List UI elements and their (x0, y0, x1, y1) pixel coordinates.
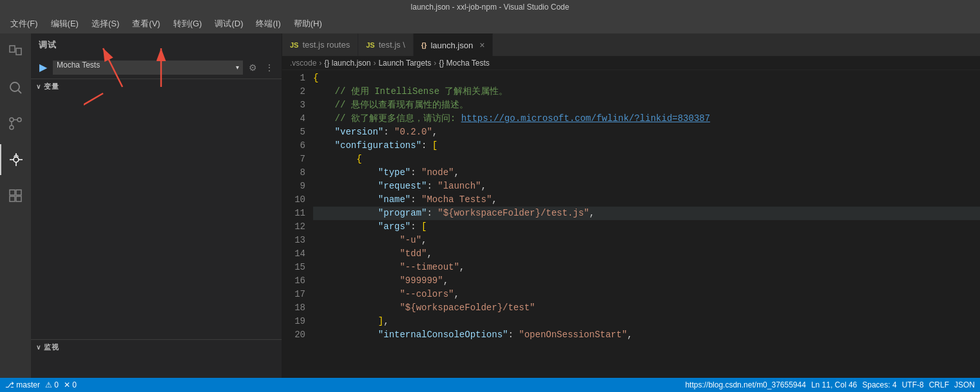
variables-label: 变量 (44, 82, 59, 91)
watch-label: 监视 (44, 342, 59, 352)
breadcrumb-vscode: .vscode (290, 59, 316, 68)
sidebar-title: 调试 (31, 33, 282, 56)
code-line-15: "--timeout", (313, 261, 980, 274)
svg-rect-0 (10, 46, 15, 52)
code-line-9: "request": "launch", (313, 180, 980, 193)
svg-rect-12 (10, 190, 15, 195)
code-line-17: "--colors", (313, 288, 980, 301)
tab-close-button[interactable]: × (479, 40, 485, 50)
variables-section-header[interactable]: ∨ 变量 (31, 79, 282, 93)
menu-help[interactable]: 帮助(H) (289, 17, 327, 31)
debug-more-button[interactable]: ⋮ (262, 61, 276, 75)
svg-point-6 (10, 118, 14, 122)
status-eol[interactable]: CRLF (929, 380, 949, 389)
code-line-8: "type": "node", (313, 166, 980, 180)
debug-config-name[interactable]: Mocha Tests (53, 61, 231, 75)
debug-config-dropdown[interactable]: ▾ (231, 61, 243, 75)
code-line-2: // 使用 IntelliSense 了解相关属性。 (313, 85, 980, 98)
tab-test-backslash[interactable]: JS test.js \ (358, 33, 414, 56)
code-line-16: "999999", (313, 274, 980, 288)
code-line-19: ], (313, 315, 980, 328)
status-warnings[interactable]: ⚠ 0 (45, 380, 59, 389)
code-line-7: { (313, 153, 980, 166)
breadcrumb-file: {} launch.json (324, 59, 370, 68)
menu-edit[interactable]: 编辑(E) (46, 17, 84, 31)
svg-point-2 (10, 82, 19, 91)
activity-bar (0, 33, 31, 378)
tab-label-2: test.js \ (379, 40, 405, 50)
status-bar: ⎇ master ⚠ 0 ✕ 0 https://blog.csdn.net/m… (0, 378, 980, 392)
editor-area: JS test.js routes JS test.js \ {} launch… (282, 33, 980, 378)
tab-label-1: test.js routes (302, 40, 350, 50)
status-encoding[interactable]: UTF-8 (902, 380, 924, 389)
code-line-11: "program": "${workspaceFolder}/test.js", (313, 207, 980, 220)
sidebar: 调试 ▶ Mocha Tests ▾ ⚙ ⋮ ∨ 变量 ∨ 监视 (31, 33, 282, 378)
menu-file[interactable]: 文件(F) (5, 17, 43, 31)
svg-point-7 (14, 157, 19, 162)
status-spaces[interactable]: Spaces: 4 (862, 380, 896, 389)
code-line-14: "tdd", (313, 247, 980, 261)
breadcrumb-launch-targets: Launch Targets (378, 59, 431, 68)
menu-select[interactable]: 选择(S) (86, 17, 124, 31)
code-line-20: "internalConsoleOptions": "openOnSession… (313, 328, 980, 342)
watch-arrow: ∨ (36, 344, 41, 351)
breadcrumb: .vscode › {} launch.json › Launch Target… (282, 56, 980, 70)
activity-explorer[interactable] (0, 36, 31, 67)
menu-goto[interactable]: 转到(G) (168, 17, 207, 31)
debug-toolbar: ▶ Mocha Tests ▾ ⚙ ⋮ (31, 56, 282, 79)
menu-view[interactable]: 查看(V) (127, 17, 165, 31)
code-line-18: "${workspaceFolder}/test" (313, 301, 980, 315)
tabs-bar: JS test.js routes JS test.js \ {} launch… (282, 33, 980, 56)
tab-label-3: launch.json (430, 41, 473, 50)
tab-icon-json: {} (421, 41, 427, 49)
line-numbers: 12345 678910 1112131415 1617181920 (282, 70, 313, 378)
status-branch[interactable]: ⎇ master (5, 380, 40, 389)
code-editor[interactable]: 12345 678910 1112131415 1617181920 { // … (282, 70, 980, 378)
tab-icon-js1: JS (290, 41, 298, 49)
code-line-13: "-u", (313, 234, 980, 247)
tab-icon-js2: JS (366, 41, 374, 49)
status-link: https://blog.csdn.net/m0_37655944 (685, 380, 805, 389)
activity-extensions[interactable] (0, 180, 31, 211)
status-right: https://blog.csdn.net/m0_37655944 Ln 11,… (685, 380, 975, 389)
code-line-3: // 悬停以查看现有属性的描述。 (313, 98, 980, 112)
watch-area: ∨ 监视 (31, 339, 282, 378)
breadcrumb-mocha-tests: {} Mocha Tests (439, 59, 490, 68)
code-line-6: "configurations": [ (313, 139, 980, 153)
svg-point-4 (10, 126, 14, 129)
titlebar: launch.json - xxl-job-npm - Visual Studi… (0, 0, 980, 14)
tab-launch-json[interactable]: {} launch.json × (414, 33, 494, 56)
svg-rect-1 (16, 48, 21, 55)
code-line-12: "args": [ (313, 220, 980, 234)
activity-source-control[interactable] (0, 108, 31, 139)
svg-rect-14 (10, 196, 15, 201)
variables-area: ∨ 变量 (31, 79, 282, 339)
menu-debug[interactable]: 调试(D) (209, 17, 248, 31)
activity-debug[interactable] (0, 144, 31, 175)
code-line-10: "name": "Mocha Tests", (313, 193, 980, 207)
status-lang[interactable]: JSON (954, 380, 975, 389)
status-position[interactable]: Ln 11, Col 46 (811, 380, 857, 389)
menubar: 文件(F) 编辑(E) 选择(S) 查看(V) 转到(G) 调试(D) 终端(I… (0, 14, 980, 33)
code-line-4: // 欲了解更多信息，请访问: https://go.microsoft.com… (313, 112, 980, 126)
tab-test-routes[interactable]: JS test.js routes (282, 33, 358, 56)
status-errors[interactable]: ✕ 0 (64, 380, 77, 389)
svg-rect-13 (16, 190, 21, 195)
svg-point-5 (17, 118, 21, 122)
watch-section-header[interactable]: ∨ 监视 (31, 340, 282, 354)
svg-line-3 (19, 91, 22, 94)
svg-rect-15 (16, 196, 21, 201)
code-line-1: { (313, 71, 980, 85)
code-line-5: "version": "0.2.0", (313, 126, 980, 139)
debug-play-button[interactable]: ▶ (36, 61, 50, 75)
menu-terminal[interactable]: 终端(I) (251, 17, 285, 31)
variables-arrow: ∨ (36, 83, 41, 90)
titlebar-text: launch.json - xxl-job-npm - Visual Studi… (411, 3, 570, 12)
status-left: ⎇ master ⚠ 0 ✕ 0 (5, 380, 77, 389)
debug-gear-button[interactable]: ⚙ (245, 61, 260, 75)
code-content: { // 使用 IntelliSense 了解相关属性。 // 悬停以查看现有属… (313, 70, 980, 378)
activity-search[interactable] (0, 72, 31, 103)
